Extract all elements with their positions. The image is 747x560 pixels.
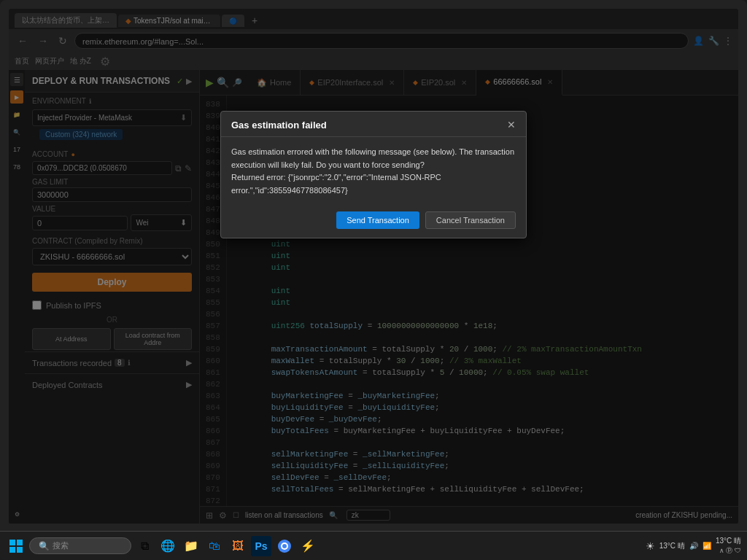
svg-point-6 — [282, 544, 287, 548]
taskbar-icon-photos[interactable]: 🖼 — [228, 536, 248, 556]
taskbar-icon-store[interactable]: 🛍 — [204, 536, 225, 556]
sys-tray: ☀ 13°C 晴 🔊 📶 13°C 晴 ∧ ⓟ 🛡 — [646, 536, 741, 556]
modal-close-btn[interactable]: ✕ — [507, 119, 516, 131]
modal-title: Gas estimation failed — [231, 120, 327, 131]
taskbar-icon-chrome[interactable] — [274, 536, 295, 556]
modal-footer: Send Transaction Cancel Transaction — [221, 206, 526, 238]
taskbar-icon-browser[interactable]: 🌐 — [158, 536, 178, 556]
taskbar-icon-extra[interactable]: ⚡ — [298, 536, 318, 556]
taskbar-icon-task-view[interactable]: ⧉ — [134, 536, 155, 556]
start-button[interactable] — [6, 536, 26, 556]
cancel-transaction-btn[interactable]: Cancel Transaction — [425, 211, 516, 229]
taskbar-icon-explorer[interactable]: 📁 — [181, 536, 201, 556]
modal-error-text: Gas estimation errored with the followin… — [231, 146, 516, 197]
monitor-outer: 以太坊结合的货币、上架Uni... ◆TokensTJR/sol at main… — [0, 0, 747, 560]
taskbar: 🔍 搜索 ⧉ 🌐 📁 🛍 🖼 Ps ⚡ ☀ 13°C 晴 🔊 📶 13°C 晴 … — [0, 531, 747, 560]
weather-icon: ☀ — [646, 540, 655, 552]
modal-body: Gas estimation errored with the followin… — [221, 137, 526, 206]
modal-header: Gas estimation failed ✕ — [221, 112, 526, 137]
gas-estimation-modal: Gas estimation failed ✕ Gas estimation e… — [220, 111, 527, 238]
send-transaction-btn[interactable]: Send Transaction — [336, 211, 419, 229]
svg-rect-1 — [17, 540, 23, 545]
monitor-screen: 以太坊结合的货币、上架Uni... ◆TokensTJR/sol at main… — [9, 9, 738, 524]
svg-rect-3 — [17, 547, 23, 553]
taskbar-search-icon: 🔍 — [39, 541, 50, 551]
taskbar-search-box[interactable]: 🔍 搜索 — [29, 537, 131, 554]
weather-text: 13°C 晴 — [659, 541, 685, 551]
network-icon[interactable]: 🔊 — [689, 542, 698, 550]
svg-rect-0 — [9, 540, 15, 545]
taskbar-search-label: 搜索 — [53, 540, 69, 551]
modal-overlay: Gas estimation failed ✕ Gas estimation e… — [9, 9, 738, 524]
taskbar-icon-ps[interactable]: Ps — [251, 536, 271, 556]
svg-rect-2 — [9, 547, 15, 553]
taskbar-clock: 13°C 晴 ∧ ⓟ 🛡 — [716, 536, 741, 556]
wifi-icon[interactable]: 📶 — [703, 542, 711, 550]
